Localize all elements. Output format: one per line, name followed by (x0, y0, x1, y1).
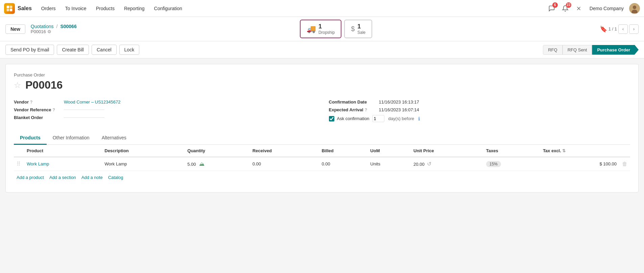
col-quantity: Quantity (185, 145, 249, 157)
add-note-link[interactable]: Add a note (81, 175, 103, 180)
lock-button[interactable]: Lock (119, 45, 140, 55)
status-rfq-sent[interactable]: RFQ Sent (563, 45, 592, 55)
col-billed: Billed (319, 145, 367, 157)
product-description[interactable]: Work Lamp (104, 161, 127, 166)
tax-excl-value: $ 100.00 (599, 161, 617, 166)
ask-confirmation-label: Ask confirmation (337, 116, 369, 121)
received-value: 0.00 (253, 161, 261, 166)
expected-arrival-value[interactable]: 11/16/2023 16:07:14 (379, 107, 419, 112)
drag-handle-icon[interactable]: ⠿ (17, 161, 21, 167)
nav-orders[interactable]: Orders (37, 4, 60, 13)
main-content: Purchase Order ☆ P00016 Vendor ? Wood Co… (5, 64, 639, 192)
dropship-label: Dropship (318, 30, 335, 35)
vendor-help-icon[interactable]: ? (30, 100, 32, 105)
billed-value: 0.00 (321, 161, 330, 166)
ask-confirmation-checkbox[interactable] (329, 116, 334, 121)
tab-other-info[interactable]: Other Information (47, 132, 96, 145)
days-before-info-icon[interactable]: ℹ (418, 116, 420, 121)
product-name[interactable]: Work Lamp (27, 161, 49, 166)
cancel-button[interactable]: Cancel (92, 45, 117, 55)
bell-badge: 23 (566, 2, 571, 8)
sale-label: Sale (357, 30, 365, 35)
close-icon-btn[interactable] (573, 3, 584, 14)
svg-point-7 (633, 5, 637, 9)
dropship-smart-btn[interactable]: 🚚 1 Dropship (300, 20, 341, 38)
blanket-order-field-row: Blanket Order (14, 114, 315, 121)
prev-page-button[interactable]: ‹ (618, 24, 628, 34)
tab-alternatives[interactable]: Alternatives (96, 132, 133, 145)
vendor-value[interactable]: Wood Corner – US12345672 (64, 99, 120, 105)
action-bar: Send PO by Email Create Bill Cancel Lock… (0, 41, 644, 59)
col-unit-price: Unit Price (411, 145, 483, 157)
confirmation-date-value: 11/16/2023 16:13:17 (379, 99, 419, 105)
add-row: Add a product Add a section Add a note C… (14, 171, 630, 184)
pagination-arrows: 🔖 1 / 1 ‹ › (600, 24, 639, 34)
ask-confirmation-field-row: Ask confirmation day(s) before ℹ (329, 114, 630, 123)
quantity-value[interactable]: 5.00 (187, 162, 196, 167)
expected-arrival-help-icon[interactable]: ? (365, 108, 367, 112)
table-row: ⠿ Work Lamp Work Lamp 5.00 ⛰ 0.00 0.00 U… (14, 157, 630, 171)
vendor-ref-help-icon[interactable]: ? (53, 108, 55, 112)
svg-rect-3 (10, 8, 13, 11)
breadcrumb-bar: New Quotations / S00066 P00016 ⚙ 🚚 1 Dro… (0, 17, 644, 41)
vendor-ref-value[interactable] (64, 110, 104, 110)
catalog-link[interactable]: Catalog (108, 175, 123, 180)
create-bill-button[interactable]: Create Bill (57, 45, 89, 55)
vendor-field-row: Vendor ? Wood Corner – US12345672 (14, 98, 315, 106)
breadcrumb-separator: / (56, 24, 58, 29)
col-uom: UoM (367, 145, 411, 157)
add-product-link[interactable]: Add a product (17, 175, 44, 180)
po-header-label: Purchase Order (14, 72, 630, 77)
truck-icon: 🚚 (307, 25, 316, 33)
form-fields: Vendor ? Wood Corner – US12345672 Vendor… (14, 98, 630, 123)
nav-products[interactable]: Products (92, 4, 119, 13)
forecast-icon[interactable]: ⛰ (199, 161, 205, 167)
reset-price-icon[interactable]: ↺ (427, 161, 431, 167)
breadcrumb-quotations[interactable]: Quotations (31, 24, 54, 29)
col-description: Description (102, 145, 185, 157)
products-table: Product Description Quantity Received Bi… (14, 145, 630, 171)
sort-icon[interactable]: ⇅ (562, 149, 566, 153)
user-avatar[interactable] (629, 3, 640, 14)
next-page-button[interactable]: › (629, 24, 639, 34)
days-before-label: day(s) before (388, 116, 414, 121)
unit-price-value[interactable]: 20.00 (413, 162, 425, 167)
new-button[interactable]: New (5, 24, 25, 34)
chat-icon-btn[interactable]: 6 (546, 3, 557, 14)
col-product: Product (24, 145, 102, 157)
taxes-badge[interactable]: 15% (486, 161, 501, 167)
ask-confirmation-input[interactable] (372, 115, 384, 122)
confirmation-date-field-row: Confirmation Date 11/16/2023 16:13:17 (329, 98, 630, 106)
smart-buttons-group: 🚚 1 Dropship $ 1 Sale (300, 20, 372, 38)
blanket-order-value[interactable] (64, 117, 104, 118)
expected-arrival-field-row: Expected Arrival ? 11/16/2023 16:07:14 (329, 106, 630, 114)
top-nav: Sales Orders To Invoice Products Reporti… (0, 0, 644, 17)
expected-arrival-label: Expected Arrival ? (329, 107, 376, 112)
company-name: Demo Company (590, 6, 624, 11)
settings-icon[interactable]: ⚙ (47, 29, 51, 34)
po-ref-text: P00016 (31, 29, 46, 34)
col-tax-excl: Tax excl. ⇅ (540, 145, 619, 157)
uom-value[interactable]: Units (370, 161, 380, 166)
nav-configuration[interactable]: Configuration (150, 4, 186, 13)
tab-products[interactable]: Products (14, 132, 47, 145)
app-logo[interactable]: Sales (4, 3, 32, 14)
status-rfq[interactable]: RFQ (543, 45, 562, 55)
status-pills: RFQ RFQ Sent Purchase Order (543, 45, 639, 55)
po-title-row: ☆ P00016 (14, 79, 630, 91)
favorite-star-button[interactable]: ☆ (14, 81, 21, 90)
col-taxes: Taxes (483, 145, 540, 157)
vendor-ref-label: Vendor Reference ? (14, 107, 61, 112)
confirmation-date-label: Confirmation Date (329, 99, 376, 105)
send-po-button[interactable]: Send PO by Email (5, 45, 54, 55)
delete-row-icon[interactable]: 🗑 (622, 161, 627, 167)
breadcrumb-current[interactable]: S00066 (60, 24, 76, 29)
bell-icon-btn[interactable]: 23 (560, 3, 571, 14)
sale-smart-btn[interactable]: $ 1 Sale (344, 20, 372, 38)
bookmark-button[interactable]: 🔖 (600, 25, 607, 33)
status-purchase-order[interactable]: Purchase Order (592, 45, 639, 55)
pagination-info: 1 / 1 (609, 26, 617, 31)
nav-to-invoice[interactable]: To Invoice (61, 4, 91, 13)
add-section-link[interactable]: Add a section (49, 175, 76, 180)
nav-reporting[interactable]: Reporting (120, 4, 149, 13)
